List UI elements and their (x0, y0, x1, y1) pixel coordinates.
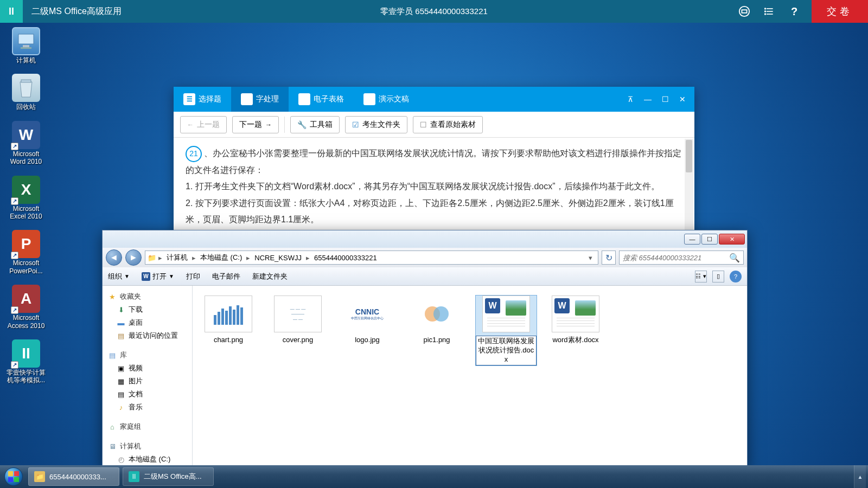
sidebar-videos[interactable]: ▣视频 (106, 362, 189, 375)
logo-thumbnail-icon: CNNIC中国互联网络信息中心 (343, 296, 391, 332)
excel-icon: X (298, 93, 310, 105)
recycle-bin-shortcut[interactable]: 回收站 (4, 74, 48, 111)
forward-button[interactable]: ► (125, 249, 142, 266)
search-box[interactable]: 🔍 (619, 251, 744, 265)
computer-shortcut[interactable]: 计算机 (4, 27, 48, 64)
list-icon[interactable] (762, 4, 777, 19)
file-word-material-docx[interactable]: word素材.docx (545, 296, 606, 345)
exam-app-shortcut[interactable]: II↗零壹快学计算机等考模拟... (4, 339, 48, 384)
svg-point-13 (433, 306, 449, 322)
windows-logo-icon (4, 467, 23, 486)
tab-ppt[interactable]: P演示文稿 (354, 87, 419, 112)
file-pic1-png[interactable]: pic1.png (406, 296, 467, 345)
search-input[interactable] (623, 254, 729, 262)
folder-icon: 📁 (148, 254, 156, 262)
word-file-icon (552, 296, 599, 332)
word-icon: W (241, 93, 253, 105)
drive-icon: ◴ (117, 455, 125, 464)
folder-icon: 📁 (34, 471, 45, 482)
exam-toolbar: ←上一题 下一题→ 🔧工具箱 ☑考生文件夹 ☐查看原始素材 (174, 112, 694, 138)
view-source-button[interactable]: ☐查看原始素材 (413, 116, 483, 133)
chart-thumbnail-icon (205, 296, 252, 332)
exam-top-bar: II 二级MS Office高级应用 零壹学员 6554440000333221… (0, 0, 868, 23)
file-logo-jpg[interactable]: CNNIC中国互联网络信息中心 logo.jpg (337, 296, 398, 345)
svg-point-5 (765, 8, 766, 9)
next-question-button[interactable]: 下一题→ (232, 116, 279, 133)
sidebar-library[interactable]: ▤库 (106, 349, 189, 362)
sidebar-computer[interactable]: 🖥计算机 (106, 440, 189, 453)
view-mode-icon[interactable]: ☷ ▾ (695, 271, 707, 282)
svg-rect-1 (742, 10, 746, 13)
close-button[interactable]: ✕ (719, 234, 745, 245)
maximize-button[interactable]: ☐ (701, 234, 718, 245)
refresh-button[interactable]: ↻ (602, 251, 616, 265)
svg-rect-11 (21, 80, 31, 82)
pin-icon[interactable]: ⊼ (623, 92, 638, 107)
sidebar-documents[interactable]: ▤文档 (106, 388, 189, 401)
tab-excel[interactable]: X电子表格 (289, 87, 354, 112)
start-button[interactable] (2, 465, 25, 488)
powerpoint-shortcut[interactable]: P↗Microsoft PowerPoi... (4, 230, 48, 275)
tab-choice[interactable]: ☰选择题 (174, 87, 231, 112)
taskbar-item-exam-app[interactable]: II二级MS Office高... (123, 467, 214, 486)
close-icon[interactable]: ✕ (675, 92, 690, 107)
sidebar-downloads[interactable]: ⬇下载 (106, 303, 189, 316)
candidate-folder-button[interactable]: ☑考生文件夹 (345, 116, 407, 133)
back-button[interactable]: ◄ (106, 249, 122, 266)
show-desktop-button[interactable]: ▲ (854, 465, 866, 488)
star-icon: ★ (108, 292, 117, 301)
recent-icon: ▤ (117, 331, 125, 340)
organize-menu[interactable]: 组织 ▼ (108, 272, 130, 281)
submit-exam-button[interactable]: 交卷 (812, 0, 868, 23)
print-button[interactable]: 打印 (186, 272, 200, 281)
maximize-icon[interactable]: ☐ (658, 92, 673, 107)
document-icon: ▤ (117, 390, 125, 399)
toolbox-button[interactable]: 🔧工具箱 (290, 116, 340, 133)
word-shortcut[interactable]: W↗Microsoft Word 2010 (4, 121, 48, 166)
explorer-titlebar[interactable]: — ☐ ✕ (103, 230, 747, 248)
sidebar-drive-c[interactable]: ◴本地磁盘 (C:) (106, 453, 189, 466)
sidebar-desktop[interactable]: ▬桌面 (106, 316, 189, 329)
desktop-icon: ▬ (117, 318, 125, 327)
explorer-toolbar: 组织 ▼ W打开 ▼ 打印 电子邮件 新建文件夹 ☷ ▾ ▯ ? (103, 267, 747, 286)
file-explorer-window: — ☐ ✕ ◄ ► 📁 ▸ 计算机▸ 本地磁盘 (C:)▸ NCRE_KSWJJ… (102, 230, 748, 468)
help-icon[interactable]: ? (787, 4, 802, 19)
help-icon[interactable]: ? (730, 271, 742, 282)
file-rename-input[interactable]: 中国互联网络发展状况统计报告.docx (476, 336, 537, 365)
tab-word[interactable]: W字处理 (231, 87, 289, 112)
folder-check-icon: ☑ (352, 120, 359, 129)
access-shortcut[interactable]: A↗Microsoft Access 2010 (4, 285, 48, 330)
excel-shortcut[interactable]: X↗Microsoft Excel 2010 (4, 176, 48, 221)
file-report-docx[interactable]: 中国互联网络发展状况统计报告.docx (476, 296, 537, 365)
open-menu[interactable]: W打开 ▼ (142, 272, 174, 281)
desktop-icons-area: 计算机 回收站 W↗Microsoft Word 2010 X↗Microsof… (4, 27, 48, 394)
explorer-sidebar: ★收藏夹 ⬇下载 ▬桌面 ▤最近访问的位置 ▤库 ▣视频 ▦图片 ▤文档 ♪音乐… (103, 286, 193, 468)
sidebar-homegroup[interactable]: ⌂家庭组 (106, 420, 189, 433)
file-list-pane[interactable]: chart.png — — ————— — cover.png CNNIC中国互… (193, 286, 747, 468)
sidebar-pictures[interactable]: ▦图片 (106, 375, 189, 388)
taskbar-item-explorer[interactable]: 📁6554440000333... (28, 467, 119, 486)
cover-thumbnail-icon: — — ————— — (274, 296, 322, 332)
new-folder-button[interactable]: 新建文件夹 (252, 272, 288, 281)
wrench-icon: 🔧 (297, 120, 307, 129)
svg-rect-10 (21, 47, 31, 49)
student-info: 零壹学员 6554440000333221 (380, 7, 488, 17)
sidebar-favorites[interactable]: ★收藏夹 (106, 290, 189, 303)
app-logo-icon: II (0, 0, 23, 23)
minimize-icon[interactable]: — (640, 92, 655, 107)
sidebar-music[interactable]: ♪音乐 (106, 401, 189, 414)
screen-icon[interactable] (737, 4, 752, 19)
file-chart-png[interactable]: chart.png (198, 296, 259, 345)
breadcrumb[interactable]: 📁 ▸ 计算机▸ 本地磁盘 (C:)▸ NCRE_KSWJJ▸ 65544400… (145, 251, 598, 265)
scrollbar-thumb[interactable] (686, 140, 692, 172)
prev-question-button[interactable]: ←上一题 (180, 116, 227, 133)
sidebar-recent[interactable]: ▤最近访问的位置 (106, 329, 189, 342)
minimize-button[interactable]: — (684, 234, 700, 245)
preview-pane-icon[interactable]: ▯ (712, 271, 724, 282)
breadcrumb-dropdown-icon[interactable]: ▾ (585, 254, 596, 262)
file-cover-png[interactable]: — — ————— — cover.png (267, 296, 328, 345)
app-title: 二级MS Office高级应用 (23, 6, 130, 17)
email-button[interactable]: 电子邮件 (212, 272, 240, 281)
search-icon[interactable]: 🔍 (729, 253, 740, 263)
picture-icon: ▦ (117, 377, 125, 386)
